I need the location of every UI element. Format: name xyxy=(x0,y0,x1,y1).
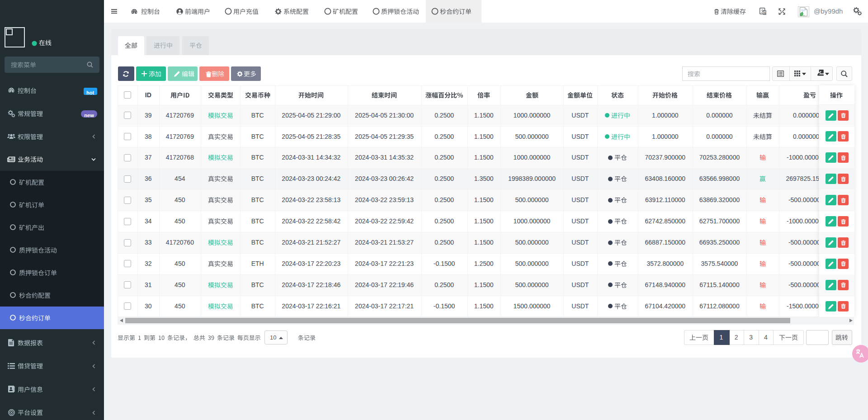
svg-text:A: A xyxy=(764,11,766,14)
